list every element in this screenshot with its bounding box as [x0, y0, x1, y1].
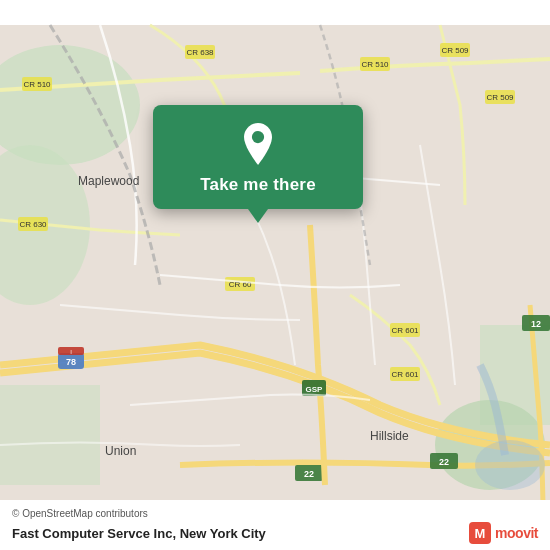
svg-text:CR 630: CR 630	[19, 220, 47, 229]
svg-text:CR 601: CR 601	[391, 370, 419, 379]
location-pin-icon	[237, 123, 279, 165]
take-me-there-button[interactable]: Take me there	[200, 175, 316, 195]
svg-rect-5	[0, 385, 100, 485]
svg-text:Union: Union	[105, 444, 136, 458]
svg-text:CR 510: CR 510	[23, 80, 51, 89]
svg-text:12: 12	[531, 319, 541, 329]
svg-text:CR 510: CR 510	[361, 60, 389, 69]
svg-text:22: 22	[304, 469, 314, 479]
svg-text:CR 509: CR 509	[441, 46, 469, 55]
svg-text:Hillside: Hillside	[370, 429, 409, 443]
svg-text:78: 78	[66, 357, 76, 367]
svg-text:CR 601: CR 601	[391, 326, 419, 335]
map-container: 78 I 22 GSP CR 510 CR 510 CR 638 CR 509 …	[0, 0, 550, 550]
map-attribution: © OpenStreetMap contributors	[12, 508, 538, 519]
svg-text:Maplewood: Maplewood	[78, 174, 139, 188]
svg-text:CR 638: CR 638	[186, 48, 214, 57]
svg-text:M: M	[475, 526, 486, 541]
bottom-bar: © OpenStreetMap contributors Fast Comput…	[0, 500, 550, 550]
svg-point-40	[252, 131, 264, 143]
svg-point-39	[475, 440, 545, 490]
moovit-logo: M moovit	[469, 522, 538, 544]
moovit-label: moovit	[495, 525, 538, 541]
popup-card[interactable]: Take me there	[153, 105, 363, 209]
svg-text:GSP: GSP	[306, 385, 324, 394]
svg-text:22: 22	[439, 457, 449, 467]
map-background: 78 I 22 GSP CR 510 CR 510 CR 638 CR 509 …	[0, 0, 550, 550]
svg-text:CR 509: CR 509	[486, 93, 514, 102]
moovit-icon: M	[469, 522, 491, 544]
location-name: Fast Computer Servce Inc, New York City	[12, 526, 266, 541]
location-line: Fast Computer Servce Inc, New York City …	[12, 522, 538, 544]
